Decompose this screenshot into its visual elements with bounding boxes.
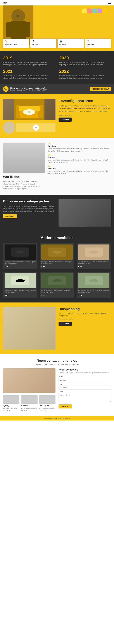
software-sub: 0000 bbox=[59, 46, 82, 47]
svg-text:woonkamer: woonkamer bbox=[15, 320, 22, 321]
svg-rect-42 bbox=[85, 207, 88, 219]
contact-form-section: Neem contact met ons op Vragen of opmerk… bbox=[0, 354, 114, 416]
webdesign-icon: 🖥 bbox=[32, 40, 55, 43]
pattern-small-image bbox=[3, 122, 15, 134]
renovation-read-more-button[interactable]: LEES MEER bbox=[3, 214, 17, 218]
svg-text:Sydney: Sydney bbox=[9, 399, 14, 401]
furniture-desc-3: Klik ergens of druk op dubbelklik om het… bbox=[4, 290, 36, 294]
svg-rect-65 bbox=[10, 310, 49, 346]
furniture-price-5: $ 25 bbox=[78, 294, 110, 296]
what-i-do-right: 01. Interieur Lorem ipsum dolor sit amet… bbox=[48, 143, 111, 190]
furniture-image-0 bbox=[4, 244, 36, 260]
what-i-do-text: Paragraph. Lorem ipsum dolor sit amet, c… bbox=[3, 180, 45, 190]
service-num-1: 01. bbox=[48, 143, 111, 144]
phone-icon: 📞 bbox=[3, 86, 8, 92]
hero-card-sollicitatie: 📋 Sollicitatie 0000 bbox=[85, 38, 111, 48]
email-input[interactable] bbox=[58, 386, 111, 390]
service-num-2: 02. bbox=[48, 154, 111, 156]
svg-rect-30 bbox=[30, 162, 32, 164]
svg-rect-44 bbox=[8, 244, 32, 260]
svg-rect-80 bbox=[31, 374, 34, 386]
pattern-section: 🌿 ○ Levendige patronen Elk ut aliquam pu… bbox=[0, 94, 114, 138]
furniture-grid: Klik ergens of druk op dubbelklik om het… bbox=[3, 243, 111, 298]
timeline-item-2020: 2020 Proefpier vullt ook uitworden. Nam … bbox=[59, 56, 111, 66]
svg-rect-21 bbox=[7, 153, 19, 154]
consult-button[interactable]: NEEM EEN CONSULT bbox=[90, 87, 111, 91]
form-group-name: Naam bbox=[58, 376, 111, 382]
svg-text:Los Angeles: Los Angeles bbox=[44, 400, 50, 401]
svg-rect-24 bbox=[27, 160, 29, 161]
svg-rect-29 bbox=[27, 162, 29, 164]
timeline-section: 2019 Proefpier vullt ook uitworden. Nam … bbox=[0, 51, 114, 84]
service-title-interieur: Interieur bbox=[48, 145, 111, 147]
name-input[interactable] bbox=[58, 378, 111, 382]
graphic-design-sub: 0000 bbox=[4, 46, 28, 47]
timeline-item-2021: 2021 Proefpier vullt ook uitworden. Nam … bbox=[3, 69, 55, 79]
hero-overlay: ✏️ Grafisch ontwerp 0000 🖥 Webdesign 000… bbox=[0, 6, 114, 51]
hero-card-software: 💻 Software 0000 bbox=[58, 38, 84, 48]
pattern-read-more-button[interactable]: LEES MEER bbox=[58, 118, 72, 122]
hero-card-web: 🖥 Webdesign 0000 bbox=[30, 38, 56, 48]
sollicitatie-title: Sollicitatie bbox=[86, 44, 110, 46]
svg-rect-22 bbox=[7, 155, 21, 156]
furniture-price-2: $ 25 bbox=[78, 266, 110, 268]
svg-text:🌿: 🌿 bbox=[28, 111, 30, 113]
furniture-desc-1: Klik ergens of druk op dubbelklik om het… bbox=[41, 261, 73, 265]
contact-person-image bbox=[3, 368, 56, 393]
furniture-item-0: Klik ergens of druk op dubbelklik om het… bbox=[3, 243, 38, 269]
svg-rect-53 bbox=[85, 248, 103, 257]
contact-section-title: Neem contact met ons op bbox=[3, 359, 111, 362]
contact-left: Sydney Sydney 45 Forsythe Rd, Pyrmont NS… bbox=[3, 368, 56, 411]
keyboard-image: workspace bbox=[3, 143, 45, 173]
furniture-price-1: $ 25 bbox=[41, 266, 73, 268]
furniture-title: Moderne meubelen bbox=[3, 236, 111, 240]
svg-rect-23 bbox=[26, 159, 43, 170]
logo: logo bbox=[3, 2, 8, 4]
svg-point-51 bbox=[52, 250, 62, 254]
message-input[interactable] bbox=[58, 393, 111, 402]
svg-rect-41 bbox=[70, 207, 73, 219]
message-label: Bericht bbox=[58, 391, 111, 393]
svg-text:badkamer: badkamer bbox=[33, 333, 39, 335]
timeline-text-2019: Proefpier vullt ook uitworden. Nam erat … bbox=[3, 61, 55, 66]
footer-text: Copyright 2024. Powered by Free-Themes bbox=[3, 418, 111, 419]
svg-rect-66 bbox=[12, 313, 46, 340]
svg-rect-31 bbox=[32, 162, 34, 164]
submit-button[interactable]: VERSTUUR bbox=[58, 404, 72, 408]
hamburger-menu[interactable] bbox=[108, 2, 111, 4]
svg-rect-37 bbox=[62, 199, 108, 226]
graphic-design-title: Grafisch ontwerp bbox=[4, 44, 28, 46]
pattern-main-image: 🌿 bbox=[3, 99, 56, 120]
service-text-meubilair: Lorem ipsum dolor sit amet, consectetur … bbox=[48, 170, 111, 175]
year-2022: 2022 bbox=[59, 69, 111, 74]
timeline-item-2022: 2022 Proefpier vullt ook uitworden. Nam … bbox=[59, 69, 111, 79]
la-city: Los Angeles bbox=[39, 405, 56, 407]
footer: Copyright 2024. Powered by Free-Themes bbox=[0, 416, 114, 420]
house-planning-read-more-button[interactable]: LEES MEER bbox=[58, 322, 72, 326]
timeline-text-2020: Proefpier vullt ook uitworden. Nam erat … bbox=[59, 61, 111, 66]
svg-rect-82 bbox=[33, 376, 40, 389]
svg-rect-56 bbox=[11, 276, 29, 285]
furniture-item-5: Klik ergens of druk op dubbelklik om het… bbox=[76, 272, 111, 298]
contact-form: Naam Email Bericht VERSTUUR bbox=[58, 376, 111, 408]
what-i-do-title: Wat ik doe. bbox=[3, 175, 45, 179]
house-planning-text: Simpel leid: Click to select the text bo… bbox=[58, 312, 111, 317]
svg-rect-64 bbox=[6, 307, 52, 350]
svg-rect-62 bbox=[85, 276, 103, 285]
svg-text:keuken: keuken bbox=[34, 320, 38, 321]
pattern-title: Levendige patronen bbox=[58, 99, 111, 103]
software-icon: 💻 bbox=[59, 40, 82, 43]
svg-point-54 bbox=[89, 250, 98, 254]
name-label: Naam bbox=[58, 376, 111, 378]
svg-rect-28 bbox=[38, 160, 40, 161]
contact-banner: 📞 Neem vandaag nog contact met ons op! B… bbox=[0, 84, 114, 94]
svg-rect-3 bbox=[6, 22, 12, 37]
svg-point-48 bbox=[16, 250, 25, 254]
timeline-text-2022: Proefpier vullt ook uitworden. Nam erat … bbox=[59, 75, 111, 79]
graphic-design-icon: ✏️ bbox=[4, 40, 28, 43]
la-map: Los Angeles bbox=[39, 395, 56, 404]
svg-point-73 bbox=[34, 340, 46, 346]
furniture-section: Moderne meubelen Klik ergens of druk op … bbox=[0, 231, 114, 302]
sollicitatie-sub: 0000 bbox=[86, 46, 110, 47]
svg-rect-17 bbox=[4, 143, 44, 173]
